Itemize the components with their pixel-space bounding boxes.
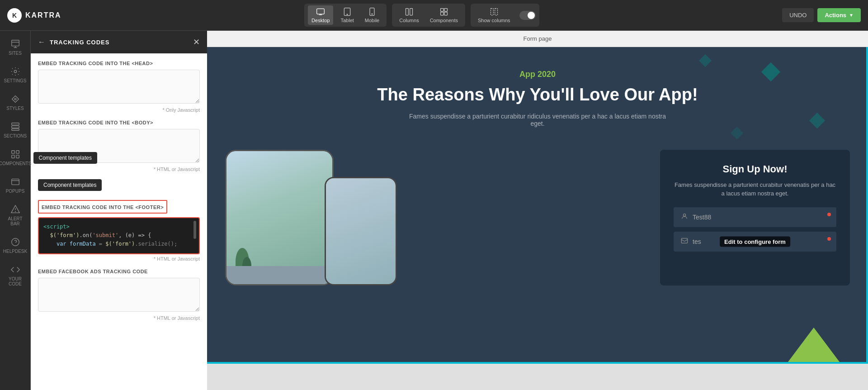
form-page-bar: Form page	[207, 31, 868, 47]
view-group: Desktop Tablet Mobile	[304, 4, 387, 27]
footer-section-label: EMBED TRACKING CODE INTO THE <FOOTER>	[42, 205, 164, 210]
popups-label: POPUPS	[6, 189, 25, 194]
footer-code-box[interactable]: <script> $('form').on('submit', (e) => {…	[38, 217, 200, 254]
sidebar-item-settings[interactable]: SETTINGS	[2, 62, 29, 88]
svg-point-6	[372, 14, 373, 14]
sidebar-item-styles[interactable]: STYLES	[2, 90, 29, 115]
hero-description: Fames suspendisse a parturient curabitur…	[402, 113, 673, 127]
components-tooltip-popup: Component templates	[38, 179, 102, 191]
phone-mockup-area	[225, 150, 642, 285]
svg-rect-25	[16, 151, 19, 153]
head-code-input[interactable]	[38, 70, 200, 104]
form-page-label: Form page	[524, 35, 552, 42]
svg-rect-9	[440, 9, 443, 12]
hero-title: The Reasons Why You'll Love Our App!	[225, 85, 850, 105]
sidebar-item-sites[interactable]: SITES	[2, 34, 29, 60]
columns-label: Columns	[399, 18, 419, 23]
layout-group: Columns Components	[392, 4, 465, 27]
toolbar-center: Desktop Tablet Mobile	[302, 4, 541, 27]
components-label: Components	[430, 18, 458, 23]
mobile-label: Mobile	[365, 18, 379, 23]
svg-rect-24	[11, 151, 14, 153]
form-field-username[interactable]: Test88	[674, 207, 836, 227]
top-toolbar: K KARTRA Desktop Tablet	[0, 0, 868, 31]
svg-point-31	[11, 238, 19, 246]
tracking-panel: ← TRACKING CODES ✕ EMBED TRACKING CODE I…	[31, 31, 207, 390]
desktop-view-btn[interactable]: Desktop	[308, 5, 333, 25]
hero-section: App 2020 The Reasons Why You'll Love Our…	[207, 47, 868, 141]
actions-label: Actions	[825, 12, 846, 19]
panel-header: ← TRACKING CODES ✕	[31, 31, 207, 53]
mail-icon	[681, 237, 688, 246]
panel-close-button[interactable]: ✕	[193, 37, 200, 47]
sidebar-item-sections[interactable]: SECTIONS	[2, 117, 29, 143]
mobile-view-btn[interactable]: Mobile	[361, 5, 383, 25]
page-content: App 2020 The Reasons Why You'll Love Our…	[207, 47, 868, 364]
undo-button[interactable]: UNDO	[782, 8, 814, 22]
hero-subtitle: App 2020	[225, 70, 850, 79]
svg-rect-7	[406, 9, 408, 15]
svg-point-32	[683, 214, 685, 216]
helpdesk-label: HELPDESK	[3, 249, 27, 254]
facebook-hint: * HTML or Javascript	[38, 315, 200, 321]
form-field-email[interactable]: tes Edit to configure form	[674, 232, 836, 252]
logo-text: KARTRA	[25, 11, 61, 19]
columns-btn[interactable]: Columns	[396, 5, 422, 25]
sections-label: SECTIONS	[4, 133, 27, 138]
svg-rect-10	[444, 9, 448, 12]
phone-mockup-2	[325, 177, 397, 285]
sidebar-item-alert-bar[interactable]: ALERT BAR	[2, 200, 29, 231]
actions-button[interactable]: Actions ▼	[817, 8, 861, 22]
your-code-label: YOUR CODE	[5, 276, 26, 286]
content-section: Sign Up Now! Fames suspendisse a parturi…	[207, 150, 868, 285]
svg-rect-0	[317, 9, 325, 14]
desktop-label: Desktop	[311, 18, 330, 23]
signup-title: Sign Up Now!	[674, 163, 836, 175]
footer-section: EMBED TRACKING CODE INTO THE <FOOTER> <s…	[38, 200, 200, 262]
styles-label: STYLES	[6, 106, 24, 111]
phone-photo-bg	[226, 151, 332, 284]
panel-title: TRACKING CODES	[50, 39, 109, 46]
toggle-switch[interactable]	[519, 11, 536, 20]
sidebar-item-your-code[interactable]: YOUR CODE	[2, 260, 29, 291]
user-icon	[681, 213, 688, 222]
svg-rect-15	[11, 40, 19, 46]
svg-rect-26	[11, 155, 14, 158]
svg-point-19	[14, 70, 17, 73]
signup-card: Sign Up Now! Fames suspendisse a parturi…	[660, 150, 850, 285]
sidebar-item-components[interactable]: COMPONENTS Component templates	[2, 145, 29, 171]
svg-point-4	[347, 14, 348, 15]
svg-rect-22	[11, 126, 19, 128]
svg-point-30	[15, 211, 15, 212]
svg-rect-28	[11, 179, 19, 185]
right-edge-bar	[866, 47, 868, 364]
facebook-code-input[interactable]	[38, 278, 200, 312]
desk-surface	[226, 266, 332, 284]
main-layout: SITES SETTINGS STYLES SECTIONS	[0, 31, 868, 390]
field1-required-dot	[827, 213, 831, 216]
svg-rect-12	[444, 12, 448, 15]
field2-required-dot	[827, 237, 831, 241]
sidebar-item-popups[interactable]: POPUPS	[2, 172, 29, 198]
svg-rect-27	[16, 155, 19, 158]
components-btn[interactable]: Components	[426, 5, 462, 25]
actions-chevron-icon: ▼	[849, 13, 854, 18]
sidebar-item-helpdesk[interactable]: HELPDESK	[2, 233, 29, 258]
footer-hint: * HTML or Javascript	[38, 256, 200, 262]
show-columns-btn[interactable]: Show columns	[474, 5, 514, 25]
edit-overlay: Edit to configure form	[720, 236, 790, 247]
settings-label: SETTINGS	[4, 78, 27, 83]
show-columns-label: Show columns	[478, 18, 510, 23]
svg-rect-8	[410, 9, 413, 15]
panel-body: EMBED TRACKING CODE INTO THE <HEAD> * On…	[31, 53, 207, 390]
tablet-view-btn[interactable]: Tablet	[337, 5, 357, 25]
component-tooltip: Component templates	[33, 152, 97, 164]
svg-rect-13	[491, 9, 493, 15]
head-section-label: EMBED TRACKING CODE INTO THE <HEAD>	[38, 61, 200, 66]
head-hint: * Only Javascript	[38, 107, 200, 113]
logo-icon: K	[7, 8, 22, 23]
svg-rect-14	[495, 9, 497, 15]
panel-back-button[interactable]: ←	[38, 38, 45, 46]
field1-text: Test88	[693, 214, 829, 221]
body-hint: * HTML or Javascript	[38, 166, 200, 172]
